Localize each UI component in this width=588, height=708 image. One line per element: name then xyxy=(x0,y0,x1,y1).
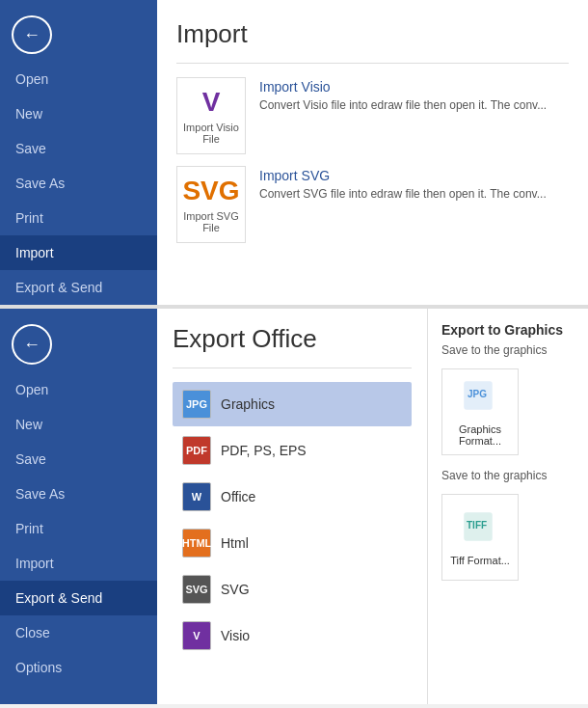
export-section: Export Office JPG Graphics PDF PDF, PS, … xyxy=(157,309,588,704)
import-visio-item[interactable]: V Import VisioFile Import Visio Convert … xyxy=(176,77,569,154)
pdf-label: PDF, PS, EPS xyxy=(221,443,307,458)
export-panel-title: Export to Graphics xyxy=(441,322,575,338)
back-arrow-icon: ← xyxy=(23,25,40,45)
html-label: Html xyxy=(221,535,249,551)
jpg-icon: JPG xyxy=(182,390,211,419)
sidebar-item-save-bottom[interactable]: Save xyxy=(0,442,157,477)
import-title: Import xyxy=(176,19,569,49)
import-visio-desc: Convert Visio file into edraw file then … xyxy=(259,98,547,112)
sidebar-item-close-bottom[interactable]: Close xyxy=(0,615,157,650)
graphics-label: Graphics xyxy=(221,396,275,412)
export-graphics-item[interactable]: JPG Graphics xyxy=(173,382,412,426)
visio-icon-list: V xyxy=(182,621,211,650)
sidebar-item-open-top[interactable]: Open xyxy=(0,62,157,96)
export-panel: Export to Graphics Save to the graphics … xyxy=(427,309,588,704)
import-svg-desc: Convert SVG file into edraw file then op… xyxy=(259,187,547,201)
sidebar-item-print-bottom[interactable]: Print xyxy=(0,511,157,546)
export-svg-item[interactable]: SVG SVG xyxy=(173,567,412,612)
sidebar-item-export-top[interactable]: Export & Send xyxy=(0,270,157,305)
html-icon: HTML xyxy=(182,529,211,558)
bottom-back-button[interactable]: ← xyxy=(12,324,52,365)
sidebar-item-open-bottom[interactable]: Open xyxy=(0,372,157,407)
pdf-icon: PDF xyxy=(182,436,211,465)
sidebar-item-save-top[interactable]: Save xyxy=(0,131,157,166)
tiff-format-box[interactable]: TIFF Tiff Format... xyxy=(441,494,519,581)
import-visio-info: Import Visio Convert Visio file into edr… xyxy=(259,77,547,112)
import-visio-title: Import Visio xyxy=(259,79,547,95)
import-svg-box-label: Import SVGFile xyxy=(183,210,238,233)
bottom-panel: ← Open New Save Save As Print Import Exp… xyxy=(0,309,588,704)
export-office-item[interactable]: W Office xyxy=(173,475,412,519)
svg-icon-list: SVG xyxy=(182,575,211,604)
export-list-items: JPG Graphics PDF PDF, PS, EPS W xyxy=(173,382,412,658)
export-visio-item[interactable]: V Visio xyxy=(173,613,412,658)
svg-text:TIFF: TIFF xyxy=(467,520,487,531)
export-pdf-item[interactable]: PDF PDF, PS, EPS xyxy=(173,428,412,473)
sidebar-item-saveas-top[interactable]: Save As xyxy=(0,166,157,201)
import-visio-box-label: Import VisioFile xyxy=(183,122,239,145)
import-svg-title: Import SVG xyxy=(259,168,547,183)
sidebar-item-export-bottom[interactable]: Export & Send xyxy=(0,581,157,615)
sidebar-item-import-bottom[interactable]: Import xyxy=(0,546,157,581)
import-svg-item[interactable]: SVG Import SVGFile Import SVG Convert SV… xyxy=(176,166,569,243)
tiff-format-label: Tiff Format... xyxy=(450,555,510,566)
export-list: Export Office JPG Graphics PDF PDF, PS, … xyxy=(157,309,427,704)
svg-text:JPG: JPG xyxy=(468,389,487,399)
sidebar-item-options-bottom[interactable]: Options xyxy=(0,650,157,685)
top-main-content: Import V Import VisioFile Import Visio C… xyxy=(157,0,588,305)
import-divider xyxy=(176,63,569,64)
back-arrow-icon-2: ← xyxy=(23,335,40,355)
jpg-format-icon: JPG xyxy=(463,378,497,420)
bottom-sidebar: ← Open New Save Save As Print Import Exp… xyxy=(0,309,157,704)
sidebar-item-import-top[interactable]: Import xyxy=(0,235,157,270)
import-svg-icon-box: SVG Import SVGFile xyxy=(176,166,246,243)
graphics-format-label: Graphics Format... xyxy=(442,423,518,447)
sidebar-item-print-top[interactable]: Print xyxy=(0,201,157,235)
top-sidebar: ← Open New Save Save As Print Import Exp… xyxy=(0,0,157,305)
export-title: Export Office xyxy=(173,324,412,354)
top-back-button[interactable]: ← xyxy=(12,15,52,54)
visio-label: Visio xyxy=(221,628,250,643)
visio-file-icon: V xyxy=(202,87,221,118)
word-icon: W xyxy=(182,482,211,511)
sidebar-item-saveas-bottom[interactable]: Save As xyxy=(0,477,157,511)
tiff-format-icon: TIFF xyxy=(463,509,497,551)
office-label: Office xyxy=(221,489,255,504)
graphics-format-box[interactable]: JPG Graphics Format... xyxy=(441,368,519,455)
export-divider xyxy=(173,368,412,368)
sidebar-item-new-bottom[interactable]: New xyxy=(0,407,157,442)
svg-label: SVG xyxy=(221,582,250,597)
import-svg-info: Import SVG Convert SVG file into edraw f… xyxy=(259,166,547,201)
export-panel-desc2: Save to the graphics xyxy=(441,469,575,482)
export-html-item[interactable]: HTML Html xyxy=(173,521,412,565)
sidebar-item-new-top[interactable]: New xyxy=(0,96,157,131)
app-wrapper: ← Open New Save Save As Print Import Exp… xyxy=(0,0,588,708)
import-visio-icon-box: V Import VisioFile xyxy=(176,77,246,154)
svg-file-icon: SVG xyxy=(182,176,239,206)
top-panel: ← Open New Save Save As Print Import Exp… xyxy=(0,0,588,309)
export-panel-desc1: Save to the graphics xyxy=(441,343,575,357)
